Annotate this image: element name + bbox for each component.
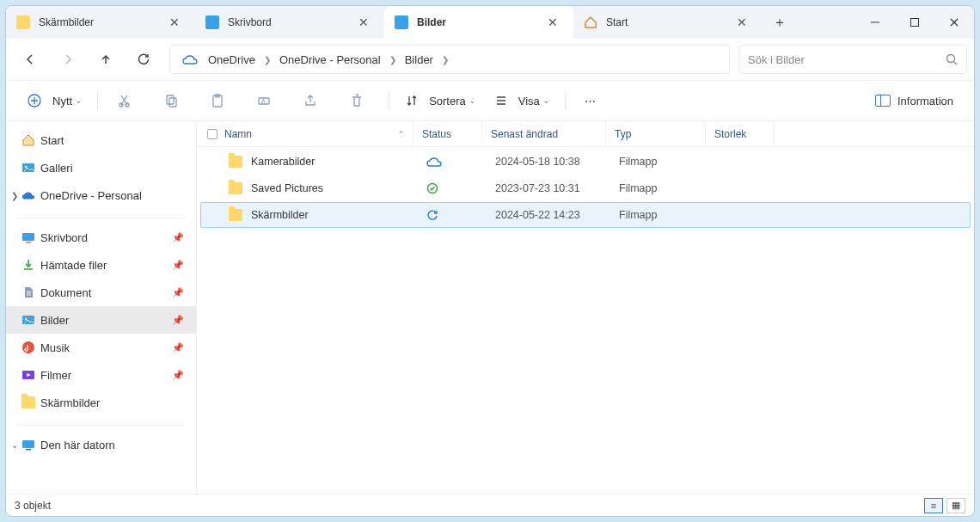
chevron-right-icon[interactable]: ❯ <box>438 55 452 64</box>
minimize-button[interactable] <box>855 6 895 39</box>
col-status[interactable]: Status <box>413 121 482 146</box>
pin-icon: 📌 <box>172 232 184 243</box>
chevron-right-icon[interactable]: ❯ <box>260 55 274 64</box>
crumb-onedrive[interactable]: OneDrive <box>203 53 260 66</box>
table-row[interactable]: Saved Pictures 2023-07-23 10:31 Filmapp <box>200 175 971 201</box>
sidebar-item-dokument[interactable]: Dokument 📌 <box>6 279 196 306</box>
new-label: Nytt <box>52 95 72 107</box>
chevron-down-icon[interactable]: ⌄ <box>8 440 21 450</box>
sidebar-item-label: Filmer <box>40 369 71 382</box>
pin-icon: 📌 <box>172 287 184 298</box>
folder-icon <box>16 15 30 29</box>
view-label: Visa <box>518 95 540 107</box>
sidebar-item-filmer[interactable]: Filmer 📌 <box>6 361 196 389</box>
new-tab-button[interactable]: ＋ <box>763 6 797 39</box>
status-bar: 3 objekt ≡ ▦ <box>6 494 974 516</box>
col-modified[interactable]: Senast ändrad <box>482 121 606 146</box>
tabs: Skärmbilder ✕ Skrivbord ✕ Bilder ✕ Start… <box>6 6 855 39</box>
address-bar[interactable]: OneDrive ❯ OneDrive - Personal ❯ Bilder … <box>169 45 730 74</box>
col-name[interactable]: Namn ⌃ <box>197 121 413 146</box>
crumb-personal[interactable]: OneDrive - Personal <box>274 53 386 66</box>
video-icon <box>21 368 35 382</box>
refresh-button[interactable] <box>126 44 161 75</box>
tab-start[interactable]: Start ✕ <box>573 6 763 39</box>
chevron-down-icon: ⌄ <box>469 97 475 105</box>
back-button[interactable] <box>13 44 47 75</box>
chevron-right-icon[interactable]: ❯ <box>386 55 400 64</box>
close-icon[interactable]: ✕ <box>732 14 752 31</box>
sidebar-item-bilder[interactable]: Bilder 📌 <box>6 306 196 334</box>
view-button[interactable]: Visa ⌄ <box>486 89 558 113</box>
sidebar-item-label: Den här datorn <box>40 439 115 451</box>
col-size[interactable]: Storlek <box>706 121 775 146</box>
close-icon[interactable]: ✕ <box>353 14 374 31</box>
sidebar-item-skrivbord[interactable]: Skrivbord 📌 <box>6 224 196 251</box>
chevron-down-icon: ⌄ <box>76 97 82 105</box>
nav-row: OneDrive ❯ OneDrive - Personal ❯ Bilder … <box>6 39 974 80</box>
folder-icon <box>229 182 242 194</box>
close-icon[interactable]: ✕ <box>542 14 563 31</box>
file-modified: 2024-05-18 10:38 <box>495 156 580 168</box>
svg-rect-21 <box>22 440 34 448</box>
document-icon <box>21 286 35 299</box>
svg-rect-22 <box>26 449 31 451</box>
gallery-icon <box>21 161 35 175</box>
up-button[interactable] <box>89 44 123 75</box>
file-modified: 2024-05-22 14:23 <box>495 209 580 221</box>
status-text: 3 objekt <box>15 500 51 512</box>
explorer-window: Skärmbilder ✕ Skrivbord ✕ Bilder ✕ Start… <box>5 5 975 517</box>
onedrive-icon <box>177 54 203 64</box>
svg-point-14 <box>25 166 28 169</box>
chevron-right-icon[interactable]: ❯ <box>8 191 21 200</box>
file-modified: 2023-07-23 10:31 <box>495 182 580 194</box>
new-button[interactable]: Nytt ⌄ <box>18 88 90 114</box>
sidebar-item-hamtade[interactable]: Hämtade filer 📌 <box>6 251 196 279</box>
search-input[interactable]: Sök i Bilder <box>738 45 967 74</box>
share-button[interactable] <box>296 88 330 114</box>
close-button[interactable] <box>934 6 974 39</box>
tab-skarmbilder[interactable]: Skärmbilder ✕ <box>6 6 195 39</box>
svg-point-2 <box>947 55 955 63</box>
information-button[interactable]: Information <box>867 89 962 113</box>
copy-button[interactable] <box>156 88 191 114</box>
sort-button[interactable]: Sortera ⌄ <box>396 89 484 113</box>
svg-rect-7 <box>167 95 174 104</box>
sidebar-item-computer[interactable]: ⌄ Den här datorn <box>6 431 196 458</box>
sidebar-item-musik[interactable]: Musik 📌 <box>6 334 196 361</box>
maximize-button[interactable] <box>895 6 934 39</box>
cut-button[interactable] <box>110 88 144 114</box>
svg-rect-15 <box>22 233 34 241</box>
sidebar-item-label: OneDrive - Personal <box>40 189 142 202</box>
search-icon <box>946 53 958 65</box>
chevron-down-icon: ⌄ <box>543 97 549 105</box>
icons-view-button[interactable]: ▦ <box>946 498 965 513</box>
table-row[interactable]: Skärmbilder 2024-05-22 14:23 Filmapp <box>200 202 971 228</box>
details-view-button[interactable]: ≡ <box>924 498 943 513</box>
select-all-checkbox[interactable] <box>207 129 217 139</box>
sidebar-item-onedrive[interactable]: ❯ OneDrive - Personal <box>6 181 196 209</box>
folder-icon <box>21 396 35 409</box>
paste-button[interactable] <box>203 88 237 114</box>
file-type: Filmapp <box>619 182 657 194</box>
sidebar-item-label: Hämtade filer <box>40 259 107 272</box>
tab-skrivbord[interactable]: Skrivbord ✕ <box>195 6 384 39</box>
delete-button[interactable] <box>342 88 377 114</box>
file-type: Filmapp <box>619 209 657 221</box>
tab-bilder[interactable]: Bilder ✕ <box>384 6 573 39</box>
crumb-bilder[interactable]: Bilder <box>400 53 438 66</box>
sidebar-item-galleri[interactable]: Galleri <box>6 154 196 181</box>
sidebar-item-start[interactable]: Start <box>6 126 196 154</box>
sidebar-item-skarmbilder[interactable]: Skärmbilder <box>6 389 196 416</box>
more-button[interactable]: ⋯ <box>578 89 603 113</box>
tab-label: Skärmbilder <box>39 16 94 28</box>
home-icon <box>21 133 35 147</box>
table-row[interactable]: Kamerabilder 2024-05-18 10:38 Filmapp <box>200 149 971 175</box>
forward-button[interactable] <box>51 44 85 75</box>
info-label: Information <box>897 95 953 107</box>
svg-point-19 <box>22 341 34 353</box>
close-icon[interactable]: ✕ <box>164 14 185 31</box>
rename-button[interactable]: A <box>249 88 284 114</box>
sidebar-item-label: Skärmbilder <box>40 396 100 409</box>
col-type[interactable]: Typ <box>606 121 706 146</box>
svg-rect-16 <box>26 242 31 243</box>
